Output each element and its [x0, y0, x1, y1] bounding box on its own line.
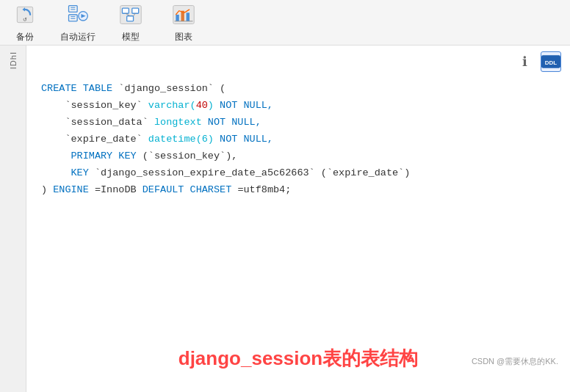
sql-line-4: `expire_date` datetime(6) NOT NULL,	[41, 131, 555, 148]
svg-rect-12	[132, 8, 139, 13]
toolbar-label-chart: 图表	[175, 31, 192, 43]
toolbar-label-model: 模型	[122, 31, 140, 43]
toolbar-item-model[interactable]: 模型	[113, 1, 148, 43]
svg-rect-13	[127, 16, 134, 21]
ddl-icon-btn[interactable]: DDL	[541, 51, 561, 72]
sql-line-2: `session_key` varchar(40) NOT NULL,	[41, 98, 555, 115]
sql-line-5: PRIMARY KEY (`session_key`),	[41, 148, 555, 165]
toolbar: ↺ 备份 自动运行	[0, 0, 570, 46]
kw-table: TABLE	[83, 83, 119, 94]
svg-rect-5	[69, 15, 78, 21]
toolbar-label-backup: 备份	[16, 31, 34, 43]
toolbar-item-backup[interactable]: ↺ 备份	[7, 1, 43, 43]
toolbar-item-autorun[interactable]: 自动运行	[60, 1, 95, 43]
table-name: `django_session`	[118, 83, 214, 94]
caption-author: CSDN @需要休息的KK.	[472, 356, 558, 367]
svg-rect-19	[187, 12, 190, 21]
sidebar-text: IDhI	[9, 51, 18, 69]
svg-rect-17	[176, 15, 178, 21]
chart-icon	[170, 1, 197, 28]
sql-code-block: CREATE TABLE `django_session` ( `session…	[26, 46, 570, 211]
toolbar-item-chart[interactable]: 图表	[166, 1, 201, 43]
main-area: IDhI ℹ DDL CREATE TABLE `django_session`…	[0, 46, 570, 392]
svg-rect-11	[122, 8, 129, 13]
info-icon-btn[interactable]: ℹ	[514, 51, 535, 72]
svg-text:DDL: DDL	[545, 59, 557, 66]
autorun-icon	[65, 1, 91, 28]
sql-line-6: KEY `django_session_expire_date_a5c62663…	[41, 165, 555, 182]
top-icons: ℹ DDL	[514, 51, 561, 72]
kw-create: CREATE	[41, 83, 77, 94]
left-sidebar: IDhI	[0, 46, 26, 392]
sql-line-1: CREATE TABLE `django_session` (	[41, 81, 555, 98]
backup-icon: ↺	[12, 1, 38, 28]
model-icon	[118, 1, 144, 28]
sql-line-3: `session_data` longtext NOT NULL,	[41, 115, 555, 131]
content-panel: ℹ DDL CREATE TABLE `django_session` ( `s…	[26, 46, 570, 392]
sql-line-7: ) ENGINE =InnoDB DEFAULT CHARSET =utf8mb…	[41, 182, 555, 199]
svg-text:↺: ↺	[23, 17, 27, 23]
svg-rect-2	[69, 6, 78, 12]
bottom-caption: django_session表的表结构 CSDN @需要休息的KK.	[26, 346, 570, 371]
toolbar-label-autorun: 自动运行	[60, 31, 95, 43]
